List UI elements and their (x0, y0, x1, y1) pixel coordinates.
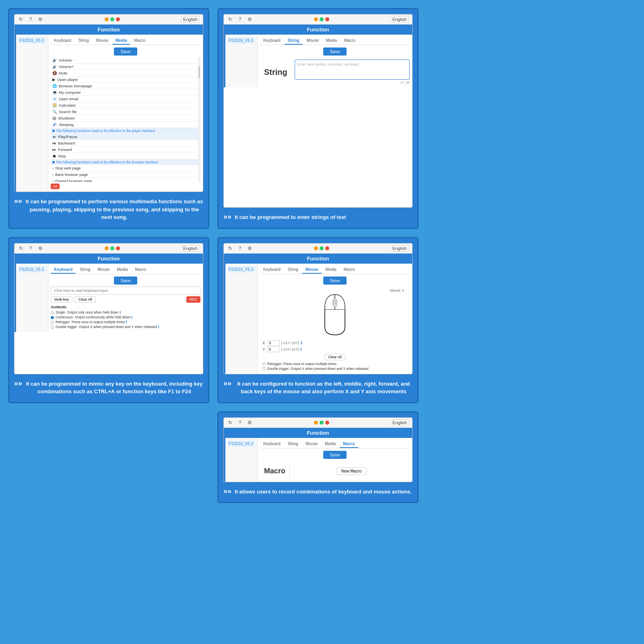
string-input[interactable]: Enter here (letters, numbers, symbols) (295, 60, 410, 80)
tab-macro[interactable]: Macro (341, 266, 358, 274)
keyboard-input[interactable] (51, 287, 200, 295)
list-item[interactable]: 🔍Search file (51, 109, 200, 115)
settings-icon[interactable]: ⚙ (37, 16, 43, 23)
save-button[interactable]: Save (323, 277, 346, 285)
rec-button[interactable]: REC (186, 296, 200, 303)
tab-media[interactable]: Media (114, 266, 131, 274)
tab-mouse[interactable]: Mouse (93, 37, 111, 45)
maximize-btn[interactable] (320, 246, 324, 250)
refresh-icon[interactable]: ↻ (227, 16, 233, 23)
new-macro-button[interactable]: New Macro (336, 467, 367, 475)
help-icon[interactable]: ? (27, 245, 34, 252)
rst-button[interactable]: rst (51, 184, 60, 189)
list-item[interactable]: ▶Open player (51, 76, 200, 83)
maximize-btn[interactable] (320, 421, 324, 425)
tab-keyboard[interactable]: Keyboard (260, 266, 284, 274)
sidebar-device[interactable]: FS2016_V5.3 (18, 266, 46, 273)
clear-all-button[interactable]: Clear All (75, 296, 96, 303)
tab-keyboard[interactable]: Keyboard (260, 37, 284, 45)
list-item[interactable]: ⏮Backward (51, 140, 200, 147)
tab-string[interactable]: String (75, 37, 92, 45)
settings-icon[interactable]: ⚙ (246, 419, 253, 426)
list-item[interactable]: 🌐Browser homepage (51, 83, 200, 89)
multi-key-button[interactable]: Multi-key (51, 296, 72, 303)
list-item[interactable]: ⏯Play/Pause (51, 134, 200, 140)
list-item[interactable]: ›Back browser page (51, 171, 200, 178)
minimize-btn[interactable] (314, 17, 318, 21)
tab-mouse[interactable]: Mouse (94, 266, 113, 274)
save-button[interactable]: Save (323, 451, 346, 459)
list-item[interactable]: 💤Sleeping (51, 122, 200, 128)
sidebar-device[interactable]: FS2016_V5.3 (18, 37, 46, 44)
list-item[interactable]: ⏹Stop (51, 153, 200, 159)
save-button[interactable]: Save (323, 47, 346, 56)
maximize-btn[interactable] (110, 246, 114, 250)
language-selector[interactable]: English (390, 16, 409, 23)
y-input[interactable] (267, 347, 279, 352)
retrigger-option[interactable]: Retrigger: Press once to output multiple… (262, 362, 407, 366)
maximize-btn[interactable] (110, 17, 114, 21)
tab-keyboard[interactable]: Keyboard (51, 37, 74, 45)
refresh-icon[interactable]: ↻ (227, 245, 233, 252)
list-item[interactable]: 🧮Calculator (51, 102, 200, 109)
minimize-btn[interactable] (314, 421, 318, 425)
tab-media[interactable]: Media (322, 266, 340, 274)
close-btn[interactable] (325, 421, 329, 425)
refresh-icon[interactable]: ↻ (18, 16, 24, 23)
minimize-btn[interactable] (105, 246, 109, 250)
list-item[interactable]: 🔊Volume+ (51, 64, 200, 70)
close-btn[interactable] (116, 17, 120, 21)
list-item[interactable]: 💻My computer (51, 89, 200, 96)
tab-string[interactable]: String (76, 266, 93, 274)
sidebar-device[interactable]: FS2016_V5.3 (227, 440, 256, 447)
maximize-btn[interactable] (320, 17, 324, 21)
settings-icon[interactable]: ⚙ (246, 16, 253, 23)
outmode-retrigger[interactable]: Retrigger Press once to output multiple … (51, 320, 200, 324)
list-item[interactable]: 🔇Mute (51, 70, 200, 76)
x-input[interactable] (268, 340, 280, 346)
save-button[interactable]: Save (114, 277, 137, 285)
save-button[interactable]: Save (114, 47, 137, 56)
settings-icon[interactable]: ⚙ (246, 245, 253, 252)
language-selector[interactable]: English (181, 245, 200, 252)
tab-media[interactable]: Media (323, 37, 340, 45)
help-icon[interactable]: ? (27, 16, 34, 23)
tab-keyboard[interactable]: Keyboard (260, 440, 284, 448)
close-btn[interactable] (325, 17, 329, 21)
language-selector[interactable]: English (390, 419, 409, 426)
scrollbar-thumb[interactable] (198, 66, 200, 78)
tab-macro[interactable]: Macro (340, 440, 358, 448)
settings-icon[interactable]: ⚙ (37, 245, 43, 252)
list-item[interactable]: ›Stop web page (51, 165, 200, 171)
tab-string[interactable]: String (285, 37, 303, 45)
refresh-icon[interactable]: ↻ (227, 419, 233, 426)
outmode-single[interactable]: Single Output only once when held down ℹ (51, 310, 200, 314)
list-item[interactable]: ⏭Forward (51, 147, 200, 153)
clear-all-button[interactable]: Clear All (324, 354, 345, 360)
tab-macro[interactable]: Macro (341, 37, 359, 45)
list-item[interactable]: 🔊Volume- (51, 57, 200, 64)
outmode-double[interactable]: Double trigger Output X when pressed dow… (51, 325, 200, 329)
tab-mouse[interactable]: Mouse (303, 37, 322, 45)
close-btn[interactable] (116, 246, 120, 250)
tab-macro[interactable]: Macro (131, 37, 149, 45)
tab-media[interactable]: Media (112, 37, 130, 45)
outmode-continuous[interactable]: Continuous Output continuously while hel… (51, 315, 200, 319)
list-item[interactable]: ›Foward browser page (51, 178, 200, 182)
language-selector[interactable]: English (390, 245, 409, 252)
tab-macro[interactable]: Macro (132, 266, 150, 274)
sidebar-device[interactable]: FS2016_V5.3 (227, 37, 256, 44)
sidebar-device[interactable]: FS2016_V5.3 (227, 266, 256, 273)
tab-string[interactable]: String (285, 440, 301, 448)
tab-string[interactable]: String (285, 266, 301, 274)
tab-media[interactable]: Media (322, 440, 339, 448)
minimize-btn[interactable] (314, 246, 318, 250)
help-icon[interactable]: ? (237, 419, 243, 426)
double-trigger-option[interactable]: Double trigger: Output X when pressed do… (262, 367, 407, 371)
list-item[interactable]: ⏻Shutdown (51, 115, 200, 122)
tab-mouse[interactable]: Mouse (302, 440, 321, 448)
minimize-btn[interactable] (105, 17, 109, 21)
refresh-icon[interactable]: ↻ (18, 245, 24, 252)
tab-keyboard[interactable]: Keyboard (51, 266, 76, 274)
list-item[interactable]: 📧Open email (51, 96, 200, 102)
